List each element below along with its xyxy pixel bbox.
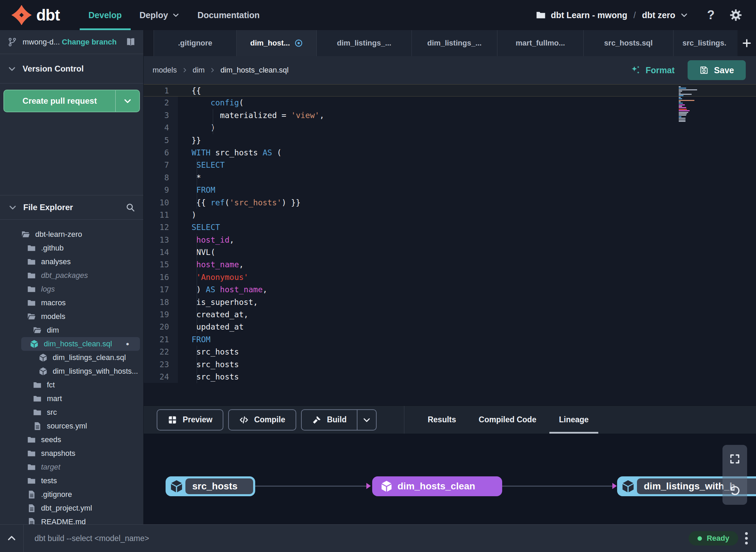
editor-tab-dim_listings_...[interactable]: dim_listings_... xyxy=(412,30,497,56)
help-icon[interactable] xyxy=(704,8,718,22)
search-icon[interactable] xyxy=(126,203,135,212)
tree-item-dim[interactable]: dim xyxy=(0,323,143,337)
code-line[interactable]: 8 * xyxy=(144,171,756,184)
breadcrumb-item[interactable]: models xyxy=(153,66,177,75)
code-line[interactable]: 3 materialized = 'view', xyxy=(144,109,756,121)
preview-button[interactable]: Preview xyxy=(157,409,223,431)
code-line[interactable]: 18 is_superhost, xyxy=(144,296,756,308)
tree-item-dbt_project.yml[interactable]: dbt_project.yml xyxy=(0,501,143,515)
code-line[interactable]: 6WITH src_hosts AS ( xyxy=(144,146,756,159)
tree-item-dim_listings_with_hosts...[interactable]: dim_listings_with_hosts... xyxy=(0,364,143,378)
breadcrumb-item[interactable]: dim_hosts_clean.sql xyxy=(220,66,288,75)
editor-tab-dim_listings_...[interactable]: dim_listings_... xyxy=(317,30,412,56)
nav-item-develop[interactable]: Develop xyxy=(80,0,131,30)
file-explorer-header[interactable]: File Explorer xyxy=(0,195,143,220)
git-branch-icon xyxy=(8,37,17,47)
editor-tab-src_listings.[interactable]: src_listings. xyxy=(674,30,738,56)
code-line[interactable]: 15 host_name, xyxy=(144,258,756,271)
tree-item-seeds[interactable]: seeds xyxy=(0,433,143,447)
create-pull-request-button[interactable]: Create pull request xyxy=(3,90,140,112)
tree-item-README.md[interactable]: README.md xyxy=(0,515,143,524)
change-branch-link[interactable]: Change branch xyxy=(62,38,117,47)
code-line[interactable]: 22 src_hosts xyxy=(144,346,756,358)
create-pr-dropdown[interactable] xyxy=(115,90,139,112)
panel-tab-lineage[interactable]: Lineage xyxy=(549,406,598,434)
line-number: 24 xyxy=(144,371,178,383)
editor-tab-mart_fullmo...[interactable]: mart_fullmo... xyxy=(497,30,584,56)
code-text: SELECT xyxy=(178,159,756,171)
editor-minimap[interactable] xyxy=(679,86,699,122)
create-pull-request-label[interactable]: Create pull request xyxy=(4,90,115,112)
tree-item-models[interactable]: models xyxy=(0,310,143,323)
code-line[interactable]: 5}} xyxy=(144,134,756,146)
save-button[interactable]: Save xyxy=(688,60,746,80)
lineage-node-dim_hosts_clean[interactable]: dim_hosts_clean xyxy=(372,476,502,496)
editor-tab-src_hosts.sql[interactable]: src_hosts.sql xyxy=(584,30,674,56)
tree-item-.gitignore[interactable]: .gitignore xyxy=(0,488,143,501)
code-line[interactable]: 19 created_at, xyxy=(144,308,756,321)
editor-tab-dim_host...[interactable]: dim_host... xyxy=(237,30,317,56)
command-input[interactable]: dbt build --select <model_name> xyxy=(35,534,149,543)
dbt-logo[interactable]: dbt xyxy=(12,5,60,25)
code-line[interactable]: 14 NVL( xyxy=(144,246,756,258)
command-bar-toggle[interactable] xyxy=(0,533,23,543)
code-line[interactable]: 17 ) AS host_name, xyxy=(144,283,756,296)
folder-icon xyxy=(33,408,42,417)
code-line[interactable]: 1{{ xyxy=(144,84,756,97)
nav-item-deploy[interactable]: Deploy xyxy=(131,0,188,30)
preview-button-main[interactable]: Preview xyxy=(157,415,223,425)
breadcrumb-item[interactable]: dim xyxy=(193,66,205,75)
compile-button[interactable]: Compile xyxy=(228,409,296,431)
compile-button-main[interactable]: Compile xyxy=(229,415,296,425)
project-selector[interactable]: dbt Learn - mwong / dbt zero xyxy=(536,10,688,20)
tree-item-fct[interactable]: fct xyxy=(0,378,143,392)
code-line[interactable]: 12SELECT xyxy=(144,221,756,233)
tree-item-tests[interactable]: tests xyxy=(0,474,143,488)
code-line[interactable]: 11) xyxy=(144,209,756,221)
code-line[interactable]: 23 src_hosts xyxy=(144,358,756,371)
format-button[interactable]: Format xyxy=(630,65,675,76)
version-control-header[interactable]: Version Control xyxy=(0,54,143,84)
tree-item-.github[interactable]: .github xyxy=(0,241,143,255)
panel-tab-compiled-code[interactable]: Compiled Code xyxy=(469,406,546,434)
build-dropdown[interactable] xyxy=(357,410,376,430)
code-line[interactable]: 4 ) xyxy=(144,121,756,134)
fullscreen-expand-icon[interactable] xyxy=(729,453,741,465)
code-line[interactable]: 21FROM xyxy=(144,333,756,346)
tree-item-dbt_packages[interactable]: dbt_packages xyxy=(0,269,143,282)
nav-item-documentation[interactable]: Documentation xyxy=(188,0,269,30)
code-line[interactable]: 7 SELECT xyxy=(144,159,756,171)
tree-item-sources.yml[interactable]: sources.yml xyxy=(0,419,143,433)
code-line[interactable]: 9 FROM xyxy=(144,184,756,196)
tree-item-analyses[interactable]: analyses xyxy=(0,255,143,269)
tree-item-mart[interactable]: mart xyxy=(0,392,143,406)
tree-item-macros[interactable]: macros xyxy=(0,296,143,310)
code-line[interactable]: 24 src_hosts xyxy=(144,371,756,383)
code-editor[interactable]: 1{{2 config(3 materialized = 'view',4 )5… xyxy=(144,84,756,406)
tree-item-logs[interactable]: logs xyxy=(0,282,143,296)
code-line[interactable]: 20 updated_at xyxy=(144,321,756,333)
tree-item-src[interactable]: src xyxy=(0,406,143,419)
book-icon[interactable] xyxy=(126,37,136,47)
tree-item-dbt-learn-zero[interactable]: dbt-learn-zero xyxy=(0,228,143,241)
tree-item-dim_hosts_clean.sql[interactable]: dim_hosts_clean.sql• xyxy=(21,337,140,351)
lineage-node-src_hosts[interactable]: src_hosts xyxy=(166,476,255,496)
tree-item-target[interactable]: target xyxy=(0,460,143,474)
editor-tab-.gitignore[interactable]: .gitignore xyxy=(154,30,237,56)
new-tab-button[interactable] xyxy=(738,30,756,56)
tab-label: src_hosts.sql xyxy=(604,39,653,48)
build-button-main[interactable]: Build xyxy=(302,415,357,425)
code-line[interactable]: 2 config( xyxy=(144,97,756,109)
reset-undo-icon[interactable] xyxy=(729,485,741,497)
code-line[interactable]: 16 'Anonymous' xyxy=(144,271,756,283)
settings-gear-icon[interactable] xyxy=(729,9,742,22)
tree-item-dim_listings_clean.sql[interactable]: dim_listings_clean.sql xyxy=(0,351,143,364)
code-line[interactable]: 13 host_id, xyxy=(144,234,756,246)
tree-item-snapshots[interactable]: snapshots xyxy=(0,447,143,460)
line-number: 16 xyxy=(144,271,178,283)
line-number: 17 xyxy=(144,283,178,296)
build-button[interactable]: Build xyxy=(301,409,377,431)
panel-tab-results[interactable]: Results xyxy=(418,406,466,434)
code-line[interactable]: 10 {{ ref('src_hosts') }} xyxy=(144,196,756,209)
kebab-menu-icon[interactable] xyxy=(745,532,748,544)
